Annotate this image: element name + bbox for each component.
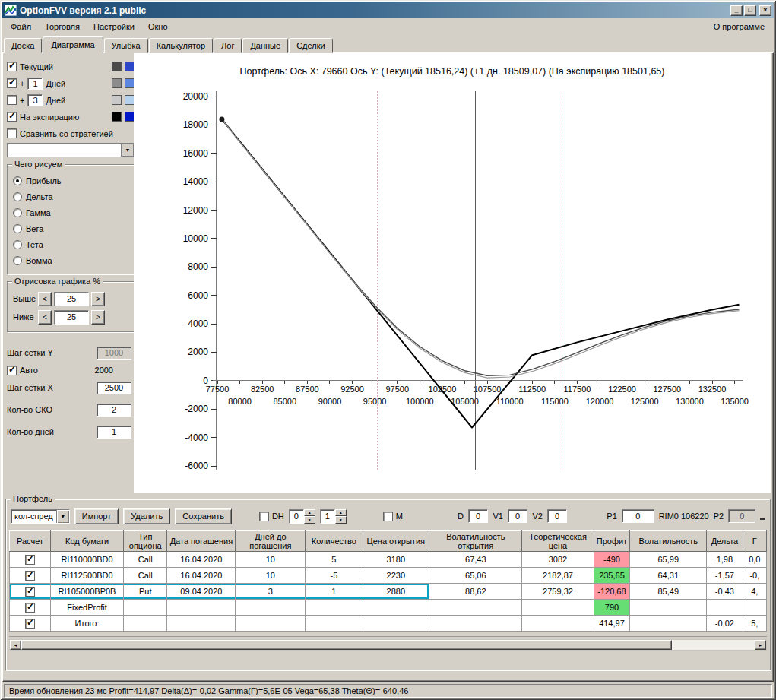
tab-calculator[interactable]: Калькулятор bbox=[149, 38, 213, 53]
days-count-field[interactable]: 1 bbox=[97, 426, 131, 439]
horizontal-scrollbar[interactable]: ◄ ► bbox=[9, 639, 767, 651]
title-bar[interactable]: OptionFVV версия 2.1 public _ □ × bbox=[2, 2, 774, 18]
menu-file[interactable]: Файл bbox=[4, 20, 38, 33]
vega-radio[interactable] bbox=[13, 224, 22, 233]
plus3-days-field[interactable]: 3 bbox=[27, 94, 43, 106]
d-field[interactable]: 0 bbox=[468, 509, 489, 523]
vomma-radio[interactable] bbox=[13, 256, 22, 265]
dh-spinner-1[interactable]: 0 ▲ ▼ bbox=[289, 509, 315, 524]
maximize-button[interactable]: □ bbox=[744, 5, 756, 16]
menu-window[interactable]: Окно bbox=[141, 20, 175, 33]
table-row[interactable]: RI112500BD0Call16.04.202010-5223065,0621… bbox=[10, 568, 767, 584]
column-header[interactable]: Дельта bbox=[707, 531, 743, 552]
v2-field[interactable]: 0 bbox=[547, 509, 568, 523]
grid-step-x-field[interactable]: 2500 bbox=[97, 382, 131, 394]
row-calc-checkbox[interactable] bbox=[25, 571, 35, 581]
delete-button[interactable]: Удалить bbox=[123, 508, 170, 524]
table-row[interactable]: Итого:414,97-0,025, bbox=[10, 616, 767, 632]
column-header[interactable]: Г bbox=[743, 531, 766, 552]
table-row[interactable]: RI110000BD0Call16.04.2020105318067,43308… bbox=[10, 552, 767, 568]
plus3-checkbox[interactable] bbox=[7, 95, 17, 105]
plus1-color-swatch-1[interactable] bbox=[112, 78, 122, 88]
plus1-checkbox[interactable] bbox=[7, 78, 17, 88]
column-header[interactable]: Расчет bbox=[10, 531, 51, 552]
above-decrease-button[interactable]: < bbox=[38, 292, 52, 306]
menu-about[interactable]: О программе bbox=[706, 20, 772, 33]
scrollbar-thumb[interactable] bbox=[21, 640, 672, 650]
tab-bar: Доска Диаграмма Улыбка Калькулятор Лог Д… bbox=[2, 35, 774, 52]
column-header[interactable]: Волатильность открытия bbox=[429, 531, 522, 552]
cell bbox=[743, 600, 766, 616]
chevron-down-icon[interactable]: ▼ bbox=[121, 144, 134, 157]
sko-count-field[interactable]: 2 bbox=[97, 404, 131, 417]
above-increase-button[interactable]: > bbox=[91, 292, 105, 306]
scroll-left-icon[interactable]: ◄ bbox=[10, 640, 21, 650]
expiration-checkbox[interactable] bbox=[7, 112, 17, 122]
spin-down-icon[interactable]: ▼ bbox=[304, 516, 315, 524]
row-calc-checkbox[interactable] bbox=[25, 555, 35, 565]
column-header[interactable]: Тип опциона bbox=[124, 531, 167, 552]
menu-settings[interactable]: Настройки bbox=[87, 20, 141, 33]
tab-board[interactable]: Доска bbox=[4, 38, 42, 53]
theta-radio[interactable] bbox=[13, 240, 22, 249]
row-calc-checkbox[interactable] bbox=[25, 587, 35, 597]
column-header[interactable]: Количество bbox=[306, 531, 363, 552]
below-value-field[interactable]: 25 bbox=[54, 310, 89, 325]
scroll-right-icon[interactable]: ► bbox=[755, 640, 766, 650]
gamma-radio[interactable] bbox=[13, 208, 22, 217]
payoff-chart[interactable]: 2000018000160001400012000100008000600040… bbox=[134, 81, 772, 491]
tab-data[interactable]: Данные bbox=[242, 38, 288, 53]
current-color-swatch-1[interactable] bbox=[112, 62, 122, 71]
above-value-field[interactable]: 25 bbox=[54, 292, 89, 306]
chevron-down-icon[interactable]: ▼ bbox=[56, 510, 69, 523]
p1-field[interactable]: 0 bbox=[622, 509, 654, 523]
menu-trade[interactable]: Торговля bbox=[38, 20, 87, 33]
minimize-button[interactable]: _ bbox=[730, 5, 743, 16]
tab-deals[interactable]: Сделки bbox=[289, 38, 333, 53]
table-row[interactable]: FixedProfit790 bbox=[10, 600, 767, 616]
spin-up-icon[interactable]: ▲ bbox=[335, 509, 347, 517]
column-header[interactable]: Цена открытия bbox=[363, 531, 429, 552]
table-header-row: РасчетКод бумагиТип опционаДата погашени… bbox=[10, 531, 767, 552]
expiration-color-swatch-1[interactable] bbox=[112, 112, 122, 122]
profit-radio[interactable] bbox=[13, 176, 22, 185]
preset-combobox[interactable]: кол-спред ▼ bbox=[11, 509, 70, 524]
compare-strategy-checkbox[interactable] bbox=[7, 128, 17, 138]
import-button[interactable]: Импорт bbox=[74, 508, 119, 524]
save-button[interactable]: Сохранить bbox=[175, 508, 232, 524]
plus1-days-field[interactable]: 1 bbox=[27, 78, 43, 90]
row-calc-checkbox[interactable] bbox=[25, 603, 35, 613]
auto-checkbox[interactable] bbox=[7, 366, 17, 375]
row-calc-checkbox[interactable] bbox=[25, 619, 35, 629]
table-row[interactable]: RI105000BP0BPut09.04.202031288088,622759… bbox=[10, 584, 767, 600]
dh-spinner-2[interactable]: 1 ▲ ▼ bbox=[320, 509, 347, 524]
draw-what-group: Чего рисуем Прибыль Дельта Гамма bbox=[7, 164, 135, 274]
dh-spinner-2-value[interactable]: 1 bbox=[320, 509, 335, 524]
dh-spinner-1-value[interactable]: 0 bbox=[289, 509, 304, 524]
profit-cell: 414,97 bbox=[594, 616, 630, 632]
spin-up-icon[interactable]: ▲ bbox=[304, 509, 315, 517]
radio-row-vomma: Вомма bbox=[13, 252, 128, 268]
portfolio-group-title: Портфель bbox=[11, 494, 55, 503]
dh-checkbox[interactable] bbox=[259, 512, 269, 521]
plus3-color-swatch-1[interactable] bbox=[112, 95, 122, 105]
tab-log[interactable]: Лог bbox=[214, 38, 242, 53]
tab-diagram[interactable]: Диаграмма bbox=[43, 36, 103, 54]
column-header[interactable]: Теоретическая цена bbox=[522, 531, 594, 552]
column-header[interactable]: Код бумаги bbox=[51, 531, 124, 552]
close-button[interactable]: × bbox=[759, 5, 771, 16]
below-decrease-button[interactable]: < bbox=[38, 310, 52, 325]
tab-smile[interactable]: Улыбка bbox=[104, 38, 148, 53]
delta-radio[interactable] bbox=[13, 192, 22, 201]
column-header[interactable]: Дата погашения bbox=[167, 531, 236, 552]
column-header[interactable]: Профит bbox=[594, 531, 630, 552]
y-tick-label: 4000 bbox=[188, 318, 208, 329]
column-header[interactable]: Дней до погашения bbox=[236, 531, 306, 552]
column-header[interactable]: Волатильность bbox=[630, 531, 707, 552]
current-checkbox[interactable] bbox=[7, 62, 17, 71]
strategy-combobox[interactable]: ▼ bbox=[7, 143, 135, 157]
spin-down-icon[interactable]: ▼ bbox=[335, 516, 347, 524]
v1-field[interactable]: 0 bbox=[508, 509, 528, 523]
m-checkbox[interactable] bbox=[383, 512, 393, 521]
below-increase-button[interactable]: > bbox=[91, 310, 105, 325]
